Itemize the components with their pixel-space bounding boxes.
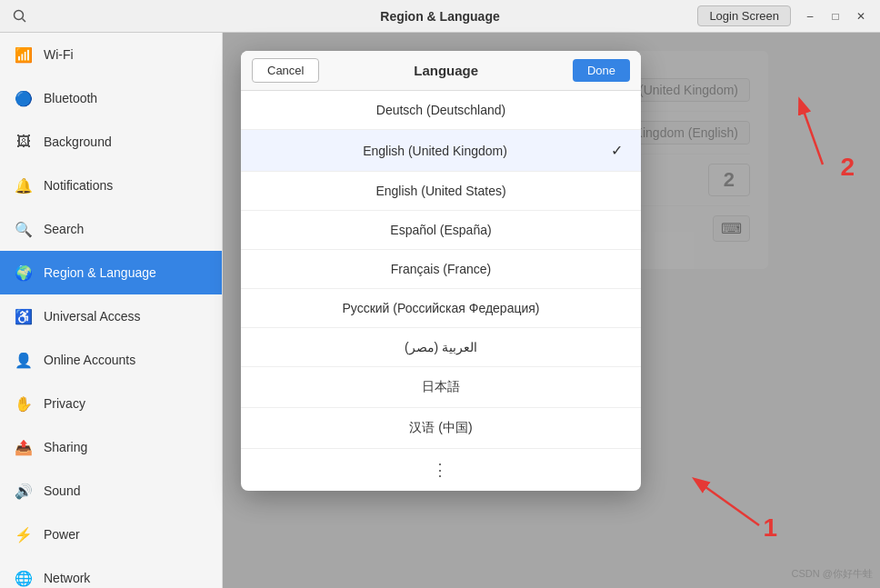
- sidebar-label-universal: Universal Access: [44, 309, 141, 324]
- done-button[interactable]: Done: [573, 59, 630, 82]
- close-button[interactable]: ✕: [849, 5, 873, 28]
- svg-line-1: [23, 18, 26, 22]
- sidebar-item-power[interactable]: ⚡ Power: [0, 513, 222, 556]
- titlebar: Region & Language Login Screen – □ ✕: [0, 0, 880, 33]
- bluetooth-icon: 🔵: [15, 90, 33, 107]
- modal-title: Language: [319, 63, 572, 78]
- lang-label-ar: العربية (مصر): [259, 340, 623, 354]
- sharing-icon: 📤: [15, 439, 33, 456]
- sound-icon: 🔊: [15, 483, 33, 500]
- wifi-icon: 📶: [15, 46, 33, 64]
- universal-icon: ♿: [15, 308, 33, 325]
- online-icon: 👤: [15, 352, 33, 369]
- lang-label-de: Deutsch (Deutschland): [259, 103, 623, 117]
- sidebar-item-online[interactable]: 👤 Online Accounts: [0, 338, 222, 382]
- sidebar-label-network: Network: [44, 571, 90, 585]
- sidebar-item-region[interactable]: 🌍 Region & Language: [0, 251, 222, 294]
- lang-item-ar[interactable]: العربية (مصر): [241, 328, 641, 367]
- modal-overlay: Cancel Language Done Deutsch (Deutschlan…: [223, 33, 880, 588]
- sidebar-item-universal[interactable]: ♿ Universal Access: [0, 294, 222, 338]
- search-icon[interactable]: [7, 4, 33, 29]
- content-area: Language English (United Kingdom) Format…: [223, 33, 880, 588]
- sidebar-item-network[interactable]: 🌐 Network: [0, 556, 222, 588]
- sidebar-item-privacy[interactable]: ✋ Privacy: [0, 382, 222, 425]
- window-controls: – □ ✕: [798, 5, 873, 28]
- sidebar-item-background[interactable]: 🖼 Background: [0, 120, 222, 164]
- sidebar-item-sharing[interactable]: 📤 Sharing: [0, 425, 222, 469]
- check-icon: ✓: [611, 142, 623, 159]
- modal-header: Cancel Language Done: [241, 51, 641, 91]
- lang-label-ja: 日本語: [259, 379, 623, 395]
- sidebar-item-wifi[interactable]: 📶 Wi-Fi: [0, 33, 222, 76]
- lang-item-es[interactable]: Español (España): [241, 211, 641, 250]
- privacy-icon: ✋: [15, 395, 33, 413]
- network-icon: 🌐: [15, 570, 33, 587]
- cancel-button[interactable]: Cancel: [252, 58, 319, 83]
- sidebar-label-region: Region & Language: [44, 265, 156, 280]
- svg-point-0: [15, 10, 24, 19]
- language-list: Deutsch (Deutschland)English (United Kin…: [241, 91, 641, 491]
- sidebar-label-bluetooth: Bluetooth: [44, 91, 97, 105]
- sidebar-label-notifications: Notifications: [44, 178, 113, 193]
- sidebar-label-search: Search: [44, 222, 84, 236]
- window-title: Region & Language: [380, 9, 499, 24]
- sidebar-label-wifi: Wi-Fi: [44, 47, 74, 62]
- sidebar: 📶 Wi-Fi 🔵 Bluetooth 🖼 Background 🔔 Notif…: [0, 33, 223, 588]
- lang-label-fr: Français (France): [259, 262, 623, 276]
- login-screen-button[interactable]: Login Screen: [697, 5, 791, 26]
- lang-more-button[interactable]: ⋮: [241, 449, 641, 491]
- language-modal: Cancel Language Done Deutsch (Deutschlan…: [241, 51, 641, 491]
- lang-item-en-gb[interactable]: English (United Kingdom)✓: [241, 130, 641, 172]
- maximize-button[interactable]: □: [824, 5, 847, 28]
- sidebar-label-background: Background: [44, 135, 112, 149]
- lang-item-zh[interactable]: 汉语 (中国): [241, 408, 641, 449]
- sidebar-item-bluetooth[interactable]: 🔵 Bluetooth: [0, 76, 222, 120]
- power-icon: ⚡: [15, 526, 33, 543]
- sidebar-item-search[interactable]: 🔍 Search: [0, 207, 222, 251]
- lang-label-en-us: English (United States): [259, 184, 623, 198]
- minimize-button[interactable]: –: [798, 5, 822, 28]
- lang-item-en-us[interactable]: English (United States): [241, 172, 641, 211]
- sidebar-label-power: Power: [44, 527, 80, 542]
- lang-label-ru: Русский (Российская Федерация): [259, 301, 623, 315]
- region-icon: 🌍: [15, 264, 33, 282]
- notifications-icon: 🔔: [15, 177, 33, 194]
- lang-label-zh: 汉语 (中国): [259, 420, 623, 436]
- lang-item-ru[interactable]: Русский (Российская Федерация): [241, 289, 641, 328]
- sidebar-item-sound[interactable]: 🔊 Sound: [0, 469, 222, 513]
- lang-label-es: Español (España): [259, 223, 623, 237]
- sidebar-label-online: Online Accounts: [44, 353, 135, 367]
- sidebar-label-sound: Sound: [44, 483, 80, 498]
- sidebar-label-sharing: Sharing: [44, 440, 87, 454]
- sidebar-label-privacy: Privacy: [44, 396, 85, 411]
- watermark: CSDN @你好牛蛙: [792, 567, 873, 581]
- lang-label-en-gb: English (United Kingdom): [259, 144, 611, 158]
- main-layout: 📶 Wi-Fi 🔵 Bluetooth 🖼 Background 🔔 Notif…: [0, 33, 880, 588]
- sidebar-item-notifications[interactable]: 🔔 Notifications: [0, 164, 222, 207]
- lang-item-de[interactable]: Deutsch (Deutschland): [241, 91, 641, 130]
- search-icon: 🔍: [15, 221, 33, 238]
- background-icon: 🖼: [15, 134, 33, 150]
- lang-item-fr[interactable]: Français (France): [241, 250, 641, 289]
- lang-item-ja[interactable]: 日本語: [241, 367, 641, 408]
